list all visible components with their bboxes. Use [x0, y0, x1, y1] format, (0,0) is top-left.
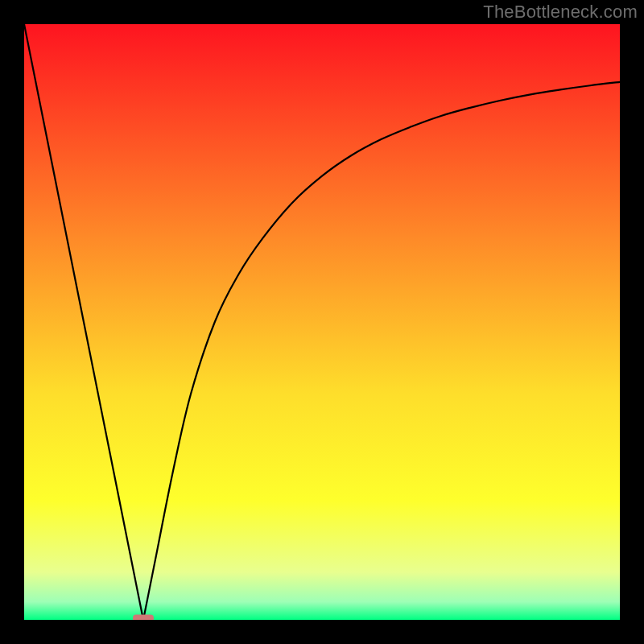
- chart-frame: TheBottleneck.com: [0, 0, 644, 644]
- plot-area: [24, 24, 620, 620]
- chart-svg: [24, 24, 620, 620]
- watermark-text: TheBottleneck.com: [483, 2, 638, 23]
- gradient-background: [24, 24, 620, 620]
- minimum-marker: [133, 615, 154, 620]
